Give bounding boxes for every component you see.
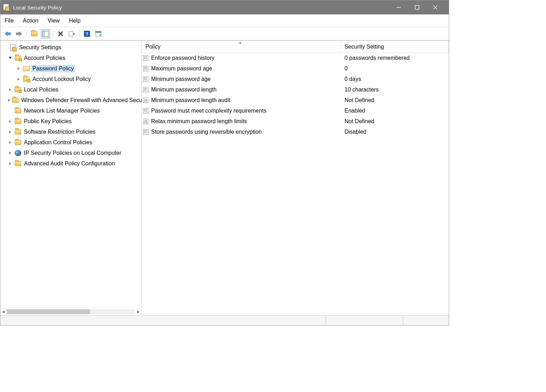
scroll-left-icon[interactable]: ◄ [0, 309, 7, 314]
tree-item-software-restriction[interactable]: Software Restriction Policies [0, 127, 142, 137]
policy-name: Minimum password length [150, 87, 341, 93]
help-button[interactable]: ? [82, 29, 92, 38]
expander-icon[interactable] [7, 129, 13, 135]
tree-label: Application Control Policies [23, 139, 93, 146]
delete-button[interactable] [56, 29, 65, 38]
expander-icon[interactable] [7, 119, 13, 124]
policy-value: 0 passwords remembered [341, 55, 449, 61]
forward-button[interactable] [14, 29, 24, 38]
details-list[interactable]: Enforce password history0 passwords reme… [142, 53, 449, 315]
column-header-policy[interactable]: Policy [142, 41, 341, 52]
policy-row[interactable]: Store passwords using reversible encrypt… [142, 127, 449, 137]
tree-item-password-policy[interactable]: Password Policy [0, 63, 142, 74]
details-pane: ▴ Policy Security Setting Enforce passwo… [142, 41, 449, 315]
tree-label: IP Security Policies on Local Computer [23, 150, 122, 157]
policy-name: Maximum password age [150, 65, 341, 72]
maximize-button[interactable] [413, 3, 421, 12]
expander-icon[interactable] [7, 97, 11, 103]
policy-name: Relax minimum password length limits [150, 118, 341, 125]
policy-row[interactable]: Password must meet complexity requiremen… [142, 106, 449, 116]
up-level-button[interactable] [30, 29, 39, 38]
scroll-thumb[interactable] [7, 309, 90, 314]
tree-label: Software Restriction Policies [23, 128, 97, 135]
close-button[interactable] [431, 3, 440, 12]
folder-open-icon [23, 65, 30, 72]
folder-icon [14, 139, 21, 146]
svg-marker-17 [9, 57, 12, 59]
policy-row[interactable]: Minimum password age0 days [142, 74, 449, 84]
folder-icon [23, 76, 30, 82]
policy-row[interactable]: Maximum password age0 [142, 63, 449, 74]
minimize-button[interactable] [395, 3, 403, 12]
folder-icon [14, 118, 21, 125]
status-cell [403, 316, 449, 325]
svg-marker-24 [9, 141, 11, 144]
expander-icon[interactable] [16, 76, 21, 82]
policy-name: Minimum password age [150, 76, 341, 82]
policy-item-icon [142, 55, 150, 61]
policy-value: Enabled [341, 108, 449, 114]
back-button[interactable] [3, 29, 12, 38]
policy-item-icon [142, 87, 150, 93]
tree-item-account-policies[interactable]: Account Policies [0, 53, 142, 63]
policy-row[interactable]: Relax minimum password length limitsNot … [142, 116, 449, 127]
tree-item-account-lockout-policy[interactable]: Account Lockout Policy [0, 74, 142, 84]
policy-value: Not Defined [341, 118, 449, 125]
expander-icon[interactable] [7, 150, 13, 156]
scroll-right-icon[interactable]: ► [135, 309, 142, 314]
properties-button[interactable] [94, 29, 103, 38]
tree-pane: Security Settings Account Policies Passw… [0, 41, 142, 315]
expander-icon[interactable] [2, 45, 8, 50]
policy-item-icon [142, 97, 150, 103]
policy-row[interactable]: Minimum password length auditNot Defined [142, 95, 449, 106]
tree-item-public-key-policies[interactable]: Public Key Policies [0, 116, 142, 127]
svg-rect-10 [69, 31, 73, 36]
expander-icon[interactable] [7, 87, 13, 93]
column-headers: ▴ Policy Security Setting [142, 41, 449, 53]
menu-bar: File Action View Help [0, 14, 449, 27]
folder-icon [14, 129, 21, 135]
expander-icon[interactable] [7, 140, 13, 145]
svg-rect-15 [95, 31, 101, 33]
tree-item-network-list-manager[interactable]: Network List Manager Policies [0, 106, 142, 116]
policy-value: 0 [341, 65, 449, 72]
horizontal-scrollbar[interactable]: ◄ ► [0, 308, 142, 315]
policy-value: Not Defined [341, 97, 449, 103]
show-tree-button[interactable] [41, 29, 50, 38]
tree-label: Account Policies [23, 55, 66, 62]
menu-help[interactable]: Help [68, 17, 82, 25]
tree-label: Advanced Audit Policy Configuration [23, 160, 116, 167]
column-header-setting[interactable]: Security Setting [341, 41, 449, 52]
expander-icon[interactable] [16, 66, 21, 71]
policy-row[interactable]: Minimum password length10 characters [142, 84, 449, 95]
tree-root[interactable]: Security Settings [0, 42, 142, 53]
window-title: Local Security Policy [13, 5, 395, 11]
tree-item-windows-defender-firewall[interactable]: Windows Defender Firewall with Advanced … [0, 95, 142, 106]
expander-icon[interactable] [7, 55, 13, 61]
policy-name: Enforce password history [150, 55, 341, 61]
policy-name: Password must meet complexity requiremen… [150, 108, 341, 114]
main-split: Security Settings Account Policies Passw… [0, 40, 449, 315]
tree-view[interactable]: Security Settings Account Policies Passw… [0, 41, 142, 308]
tree-item-ip-security[interactable]: IP Security Policies on Local Computer [0, 148, 142, 158]
menu-action[interactable]: Action [21, 17, 40, 25]
menu-file[interactable]: File [3, 17, 15, 25]
svg-marker-18 [18, 67, 20, 70]
policy-item-icon [142, 119, 150, 124]
tree-label: Security Settings [18, 44, 62, 51]
status-cell [0, 316, 325, 325]
expander-icon[interactable] [7, 108, 13, 114]
expander-icon[interactable] [7, 161, 13, 166]
tree-item-advanced-audit[interactable]: Advanced Audit Policy Configuration [0, 158, 142, 169]
title-bar: Local Security Policy [0, 0, 449, 14]
tree-item-application-control[interactable]: Application Control Policies [0, 137, 142, 148]
svg-marker-23 [9, 131, 11, 133]
scroll-track[interactable] [7, 309, 135, 314]
svg-rect-1 [415, 6, 419, 10]
policy-row[interactable]: Enforce password history0 passwords reme… [142, 53, 449, 63]
tree-item-local-policies[interactable]: Local Policies [0, 84, 142, 95]
policy-value: Disabled [341, 129, 449, 135]
tree-label: Network List Manager Policies [23, 107, 101, 114]
export-button[interactable] [67, 29, 76, 38]
menu-view[interactable]: View [46, 17, 61, 25]
